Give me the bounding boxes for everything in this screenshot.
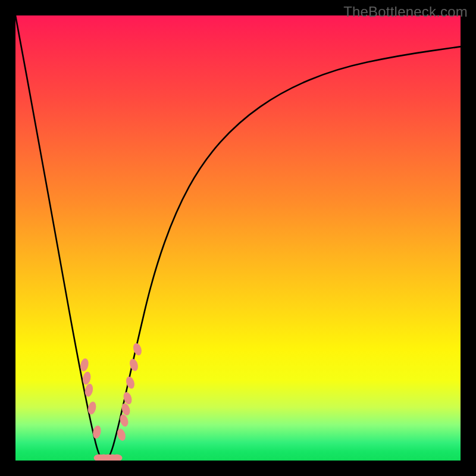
marker-point [92,425,102,439]
marker-point [132,342,143,356]
curve-svg [15,15,461,461]
highlighted-markers [79,342,143,461]
watermark-text: TheBottleneck.com [343,4,468,20]
bottleneck-curve [15,15,461,461]
marker-point [120,402,131,416]
plot-area [15,15,461,461]
chart-frame: TheBottleneck.com [0,0,476,476]
marker-point [129,358,140,372]
curve-path [15,15,461,461]
